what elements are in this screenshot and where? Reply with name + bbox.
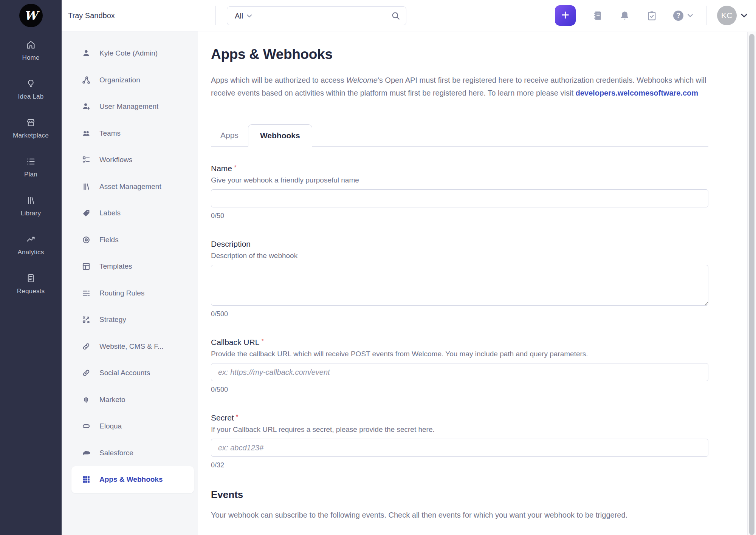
name-counter: 0/50 bbox=[211, 212, 708, 220]
callback-url-input[interactable] bbox=[211, 363, 708, 381]
create-button[interactable]: + bbox=[555, 5, 576, 26]
tab-webhooks[interactable]: Webhooks bbox=[248, 124, 312, 147]
sidebar-item-plan[interactable]: Plan bbox=[0, 148, 62, 187]
sidebar-item-analytics[interactable]: Analytics bbox=[0, 226, 62, 264]
link-icon bbox=[82, 342, 91, 351]
required-asterisk: * bbox=[236, 413, 239, 421]
settings-item-marketo[interactable]: Marketo bbox=[71, 387, 194, 413]
search-filter-label: All bbox=[235, 12, 243, 20]
intro-part1: Apps which will be authorized to access bbox=[211, 76, 346, 84]
settings-item-website-cms[interactable]: Website, CMS & F... bbox=[71, 333, 194, 360]
sidebar-item-home[interactable]: Home bbox=[0, 31, 62, 70]
settings-item-label: Strategy bbox=[99, 315, 126, 324]
settings-item-label: Eloqua bbox=[99, 422, 122, 430]
sidebar-item-label: Analytics bbox=[18, 249, 44, 256]
name-label: Name bbox=[211, 164, 232, 173]
journal-button[interactable] bbox=[592, 9, 603, 22]
events-description: Your webhook can subscribe to the follow… bbox=[211, 509, 708, 521]
secret-field-group: Secret* If your Callback URL requires a … bbox=[211, 413, 708, 469]
header-divider bbox=[706, 6, 706, 25]
settings-item-eloqua[interactable]: Eloqua bbox=[71, 413, 194, 440]
search-input[interactable] bbox=[260, 7, 391, 25]
sidebar-item-label: Requests bbox=[17, 288, 45, 295]
scrollbar[interactable] bbox=[747, 32, 756, 535]
settings-item-label: Organization bbox=[99, 76, 140, 84]
notifications-button[interactable] bbox=[619, 9, 630, 22]
sidebar-item-label: Library bbox=[21, 210, 41, 217]
bell-icon bbox=[619, 10, 630, 21]
callback-url-field-group: Callback URL* Provide the callback URL w… bbox=[211, 338, 708, 394]
tab-apps[interactable]: Apps bbox=[211, 124, 248, 146]
settings-item-routing-rules[interactable]: Routing Rules bbox=[71, 280, 194, 307]
sidebar-item-marketplace[interactable]: Marketplace bbox=[0, 109, 62, 148]
required-asterisk: * bbox=[261, 338, 264, 345]
settings-item-label: Workflows bbox=[99, 156, 132, 164]
description-textarea[interactable] bbox=[211, 265, 708, 306]
settings-item-label: Website, CMS & F... bbox=[99, 342, 164, 351]
settings-item-workflows[interactable]: Workflows bbox=[71, 147, 194, 173]
search-button[interactable] bbox=[391, 11, 406, 21]
app-window: W Home Idea Lab Marketplace Plan Library bbox=[0, 0, 756, 535]
sidebar-item-label: Plan bbox=[24, 171, 37, 178]
chevron-down-icon bbox=[741, 13, 748, 18]
sidebar-item-idea-lab[interactable]: Idea Lab bbox=[0, 70, 62, 109]
callback-url-helper: Provide the callback URL which will rece… bbox=[211, 350, 708, 358]
secret-input[interactable] bbox=[211, 439, 708, 457]
sidebar-item-requests[interactable]: Requests bbox=[0, 264, 62, 303]
callback-url-counter: 0/500 bbox=[211, 386, 708, 394]
settings-item-label: Salesforce bbox=[99, 449, 133, 457]
required-asterisk: * bbox=[234, 164, 237, 171]
name-field-group: Name* Give your webhook a friendly purpo… bbox=[211, 164, 708, 220]
events-section: Events Your webhook can subscribe to the… bbox=[211, 489, 708, 521]
settings-item-profile[interactable]: Kyle Cote (Admin) bbox=[71, 40, 194, 67]
secret-counter: 0/32 bbox=[211, 461, 708, 469]
scrollbar-thumb[interactable] bbox=[749, 34, 754, 535]
description-counter: 0/500 bbox=[211, 310, 708, 318]
link-icon bbox=[82, 368, 91, 377]
tab-bar: Apps Webhooks bbox=[211, 124, 708, 147]
settings-item-label: Teams bbox=[99, 129, 121, 138]
sidebar-item-label: Marketplace bbox=[13, 132, 49, 139]
page-title: Apps & Webhooks bbox=[211, 46, 708, 62]
chevron-down-icon bbox=[246, 14, 252, 18]
settings-item-label: Social Accounts bbox=[99, 369, 150, 377]
developers-link[interactable]: developers.welcomesoftware.com bbox=[576, 89, 699, 97]
settings-item-apps-webhooks[interactable]: Apps & Webhooks bbox=[71, 466, 194, 493]
settings-item-social-accounts[interactable]: Social Accounts bbox=[71, 360, 194, 387]
settings-item-label: User Management bbox=[99, 102, 158, 111]
name-helper: Give your webhook a friendly purposeful … bbox=[211, 176, 708, 184]
settings-item-templates[interactable]: Templates bbox=[71, 253, 194, 280]
logo-area[interactable]: W bbox=[0, 0, 62, 31]
search-filter-dropdown[interactable]: All bbox=[227, 7, 260, 25]
settings-item-label: Marketo bbox=[99, 396, 125, 404]
description-field-group: Description Description of the webhook 0… bbox=[211, 240, 708, 318]
settings-item-labels[interactable]: Labels bbox=[71, 200, 194, 227]
callback-url-label: Callback URL bbox=[211, 338, 259, 346]
clipboard-check-icon bbox=[646, 10, 657, 21]
settings-item-fields[interactable]: Fields bbox=[71, 227, 194, 254]
eloqua-pill-icon bbox=[82, 422, 91, 431]
primary-sidebar: W Home Idea Lab Marketplace Plan Library bbox=[0, 0, 62, 535]
settings-item-label: Kyle Cote (Admin) bbox=[99, 49, 158, 57]
settings-item-organization[interactable]: Organization bbox=[71, 67, 194, 94]
name-input[interactable] bbox=[211, 189, 708, 207]
avatar: KC bbox=[717, 6, 737, 25]
sidebar-item-library[interactable]: Library bbox=[0, 187, 62, 226]
settings-item-asset-management[interactable]: Asset Management bbox=[71, 173, 194, 200]
settings-item-user-management[interactable]: User Management bbox=[71, 93, 194, 120]
settings-item-teams[interactable]: Teams bbox=[71, 120, 194, 147]
tasks-button[interactable] bbox=[646, 9, 657, 22]
trending-up-icon bbox=[26, 234, 36, 246]
settings-sidebar: Kyle Cote (Admin) Organization User Mana… bbox=[62, 31, 198, 535]
help-button[interactable]: ? bbox=[673, 11, 693, 21]
user-menu-button[interactable]: KC bbox=[717, 6, 748, 25]
user-icon bbox=[82, 49, 91, 58]
sidebar-item-label: Home bbox=[22, 54, 39, 62]
marketo-bars-icon bbox=[82, 395, 91, 404]
storefront-icon bbox=[26, 118, 36, 129]
welcome-logo-icon[interactable]: W bbox=[19, 4, 43, 27]
description-label: Description bbox=[211, 240, 251, 248]
settings-item-strategy[interactable]: Strategy bbox=[71, 306, 194, 333]
tag-icon bbox=[82, 209, 91, 218]
settings-item-salesforce[interactable]: Salesforce bbox=[71, 440, 194, 467]
